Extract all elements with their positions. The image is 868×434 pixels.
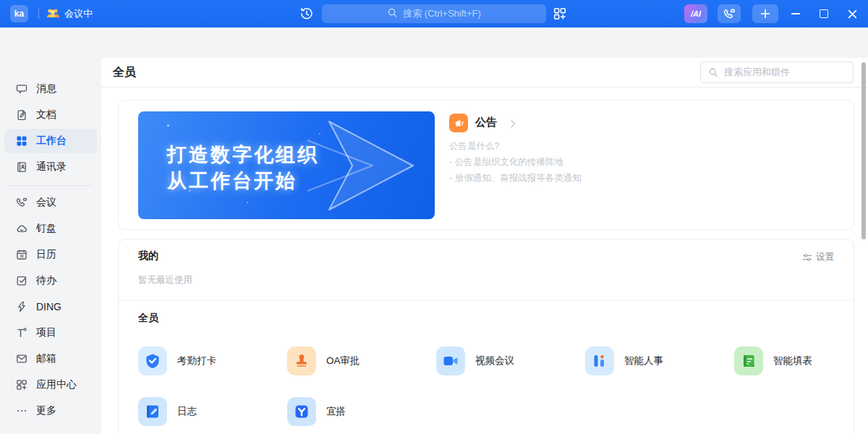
maximize-button[interactable] [812, 0, 836, 27]
lightning-icon [16, 301, 27, 312]
page-title: 全员 [113, 58, 136, 87]
announcement-title[interactable]: 公告 [475, 116, 497, 129]
settings-label: 设置 [816, 251, 834, 263]
add-button[interactable] [752, 4, 778, 23]
app-oa-approval[interactable]: OA审批 [287, 346, 360, 375]
apps-plus-icon [16, 379, 27, 391]
announcement-line: - 放假通知、喜报战报等各类通知 [449, 172, 582, 184]
calendar-icon: 30 [16, 249, 27, 260]
ai-label: /AI [691, 9, 701, 18]
phone-meeting-icon [16, 197, 27, 208]
app-search-input[interactable]: 搜索应用和组件 [700, 61, 854, 83]
empty-recent-text: 暂无最近使用 [138, 274, 192, 286]
decor-dot [167, 124, 169, 127]
app-label: 智能填表 [773, 354, 812, 367]
app-smart-hr[interactable]: 智能人事 [585, 346, 663, 375]
divider [38, 9, 39, 19]
approval-stamp-icon [287, 346, 316, 375]
sidebar-item-label: 钉盘 [36, 222, 56, 235]
document-icon [16, 109, 27, 121]
divider [119, 300, 854, 301]
meeting-people-icon [46, 7, 60, 21]
tab-bar: 重庆天极... 标准版 工作台 应用中心 应用搭建 [0, 27, 868, 58]
sidebar-item-label: 通讯录 [36, 161, 67, 174]
sidebar-item-todo[interactable]: 待办 [4, 268, 97, 293]
sidebar-item-mail[interactable]: 邮箱 [4, 346, 97, 371]
app-yida[interactable]: 宜搭 [287, 397, 346, 426]
announcement-line: 公告是什么? [449, 140, 499, 153]
sidebar-item-workbench[interactable]: 工作台 [4, 129, 97, 153]
workspace-logo[interactable]: ka [10, 5, 28, 22]
minimize-button[interactable] [783, 0, 808, 27]
sidebar-item-label: DING [36, 301, 61, 312]
workbench-shortcut-button[interactable] [553, 7, 566, 23]
sidebar-item-label: 日历 [36, 248, 56, 261]
cloud-drive-icon [16, 223, 27, 234]
global-search-input[interactable]: 搜索 (Ctrl+Shift+F) [322, 4, 546, 23]
sidebar-item-label: 待办 [36, 274, 56, 287]
app-label: 视频会议 [475, 354, 514, 367]
sidebar-item-label: 应用中心 [36, 378, 77, 391]
maximize-icon [820, 9, 828, 18]
sidebar-item-label: 文档 [36, 109, 56, 122]
call-button[interactable] [718, 4, 741, 23]
app-label: 日志 [177, 405, 197, 418]
video-camera-icon [436, 346, 465, 375]
sidebar-item-more[interactable]: 更多 [4, 399, 97, 423]
todo-check-icon [16, 275, 27, 286]
journal-icon [138, 397, 167, 426]
meeting-status-label: 会议中 [64, 7, 93, 20]
close-icon [848, 9, 857, 19]
workbench-banner[interactable]: 打造数字化组织 从工作台开始 [138, 111, 435, 219]
decor-dot [319, 133, 320, 135]
sidebar-item-docs[interactable]: 文档 [4, 103, 97, 127]
ai-assistant-button[interactable]: /AI [684, 4, 707, 23]
contacts-book-icon [16, 161, 27, 173]
sidebar-item-messages[interactable]: 消息 [4, 77, 97, 101]
sidebar-item-ding[interactable]: DING [4, 294, 97, 319]
all-section-title: 全员 [138, 312, 158, 325]
app-label: 智能人事 [624, 354, 663, 367]
sidebar-item-label: 项目 [36, 326, 56, 339]
yida-icon [287, 397, 316, 426]
app-attendance[interactable]: 考勤打卡 [138, 346, 216, 375]
attendance-icon [138, 346, 167, 375]
announcement-button[interactable] [449, 114, 468, 132]
sidebar-item-meetings[interactable]: 会议 [4, 190, 97, 215]
sidebar-item-label: 更多 [36, 404, 56, 417]
vertical-scrollbar[interactable] [861, 62, 866, 239]
sidebar-item-app-center[interactable]: 应用中心 [4, 373, 97, 397]
sidebar-item-label: 消息 [36, 82, 56, 95]
divider [101, 87, 868, 88]
workbench-grid-icon [16, 135, 27, 147]
sidebar-item-label: 邮箱 [36, 352, 56, 365]
more-dots-icon [16, 405, 27, 417]
settings-button[interactable]: 设置 [802, 251, 834, 263]
sidebar-divider [9, 185, 93, 186]
sidebar-item-contacts[interactable]: 通讯录 [4, 155, 97, 179]
history-button[interactable] [299, 7, 314, 24]
sidebar-item-projects[interactable]: 项目 [4, 320, 97, 345]
smart-hr-icon [585, 346, 614, 375]
svg-text:30: 30 [20, 255, 24, 258]
banner-text: 打造数字化组织 从工作台开始 [167, 142, 319, 194]
sidebar-item-drive[interactable]: 钉盘 [4, 216, 97, 241]
project-t-icon [16, 327, 27, 339]
app-label: OA审批 [326, 354, 360, 367]
chat-icon [16, 83, 27, 95]
workbench-main: 全员 搜索应用和组件 打造数字化组织 从工作台开始 [101, 58, 868, 434]
minimize-icon [791, 13, 800, 14]
close-button[interactable] [840, 0, 864, 27]
meeting-status[interactable]: 会议中 [46, 4, 93, 23]
sidebar-item-calendar[interactable]: 30 日历 [4, 242, 97, 267]
title-bar: ka 会议中 搜索 (Ctrl+Shift+F) /AI [0, 0, 868, 27]
app-video-meeting[interactable]: 视频会议 [436, 346, 514, 375]
chevron-right-icon[interactable] [509, 118, 516, 131]
app-smart-form[interactable]: 智能填表 [734, 346, 812, 375]
sliders-icon [802, 252, 812, 263]
global-search-placeholder: 搜索 (Ctrl+Shift+F) [403, 7, 481, 20]
app-journal[interactable]: 日志 [138, 397, 197, 426]
sidebar-item-label: 工作台 [36, 135, 67, 148]
sidebar: 消息 文档 工作台 通讯录 会议 钉盘 30 日历 待办 [0, 58, 101, 434]
smart-form-icon [734, 346, 763, 375]
